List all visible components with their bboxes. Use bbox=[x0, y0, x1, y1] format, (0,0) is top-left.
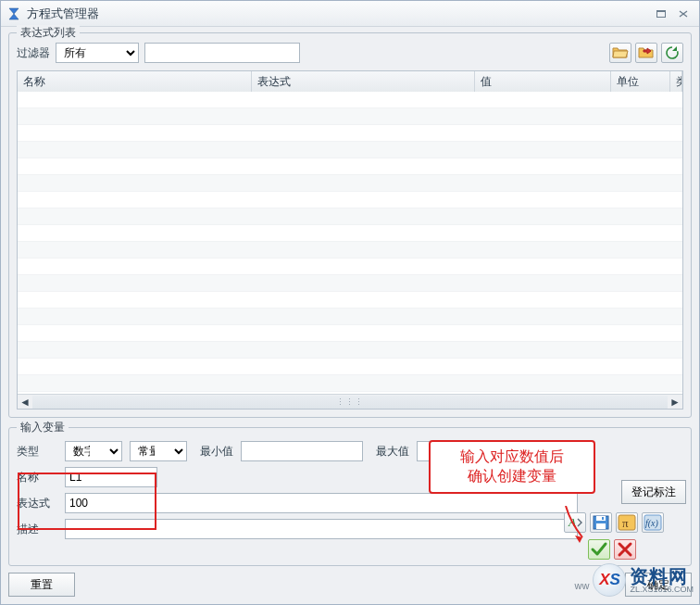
save-disk-icon[interactable] bbox=[590, 512, 612, 533]
column-expression[interactable]: 表达式 bbox=[252, 71, 475, 92]
annotation-callout: 输入对应数值后 确认创建变量 bbox=[429, 440, 595, 494]
register-annotation-button[interactable]: 登记标注 bbox=[621, 480, 686, 504]
svg-rect-6 bbox=[596, 516, 606, 521]
column-unit[interactable]: 单位 bbox=[611, 71, 670, 92]
svg-rect-7 bbox=[596, 523, 606, 529]
table-body[interactable] bbox=[18, 92, 682, 394]
max-label: 最大值 bbox=[376, 444, 409, 460]
description-input[interactable] bbox=[65, 519, 578, 539]
type-select[interactable]: 数字 bbox=[65, 441, 122, 461]
annotation-arrow-icon bbox=[560, 506, 588, 545]
maximize-button[interactable] bbox=[651, 6, 671, 21]
scroll-right-icon[interactable]: ► bbox=[668, 396, 682, 409]
input-variable-legend: 输入变量 bbox=[17, 420, 69, 435]
min-label: 最小值 bbox=[200, 444, 233, 460]
pi-icon[interactable]: π bbox=[616, 512, 638, 533]
cancel-x-icon[interactable] bbox=[614, 539, 636, 560]
folder-arrow-icon[interactable] bbox=[635, 43, 657, 63]
svg-text:f(x): f(x) bbox=[645, 518, 659, 529]
kind-select[interactable]: 常量 bbox=[130, 441, 187, 461]
column-value[interactable]: 值 bbox=[475, 71, 611, 92]
expression-label: 表达式 bbox=[17, 496, 57, 511]
expression-table: 名称 表达式 值 单位 类 ◄ ⋮⋮⋮ bbox=[17, 70, 683, 410]
expression-list-legend: 表达式列表 bbox=[17, 25, 80, 41]
name-input[interactable] bbox=[65, 467, 157, 487]
folder-open-icon[interactable] bbox=[609, 43, 631, 63]
refresh-icon[interactable] bbox=[661, 43, 683, 63]
expression-input[interactable] bbox=[65, 493, 578, 513]
description-label: 描述 bbox=[17, 522, 57, 537]
expression-list-group: 表达式列表 过滤器 所有 bbox=[8, 32, 692, 418]
close-button[interactable] bbox=[673, 6, 694, 21]
filter-label: 过滤器 bbox=[17, 45, 50, 61]
function-fx-icon[interactable]: f(x) bbox=[642, 512, 664, 533]
window-title: 方程式管理器 bbox=[27, 6, 99, 22]
confirm-check-icon[interactable] bbox=[588, 539, 610, 560]
filter-input[interactable] bbox=[144, 43, 300, 63]
column-name[interactable]: 名称 bbox=[18, 71, 252, 92]
title-bar: 方程式管理器 bbox=[1, 1, 699, 27]
scroll-left-icon[interactable]: ◄ bbox=[18, 396, 32, 409]
type-label: 类型 bbox=[17, 444, 57, 460]
column-type[interactable]: 类 bbox=[670, 71, 682, 92]
svg-rect-8 bbox=[602, 517, 604, 520]
filter-select[interactable]: 所有 bbox=[56, 43, 139, 63]
svg-text:π: π bbox=[622, 516, 629, 530]
horizontal-scrollbar[interactable]: ◄ ⋮⋮⋮ ► bbox=[18, 394, 682, 409]
name-label: 名称 bbox=[17, 470, 57, 485]
min-input[interactable] bbox=[241, 441, 363, 461]
reset-button[interactable]: 重置 bbox=[8, 573, 75, 597]
watermark-logo-icon: XS bbox=[593, 563, 626, 597]
app-icon bbox=[6, 6, 21, 21]
watermark: ww XS 资料网 ZL.XS1616.COM bbox=[575, 563, 694, 597]
